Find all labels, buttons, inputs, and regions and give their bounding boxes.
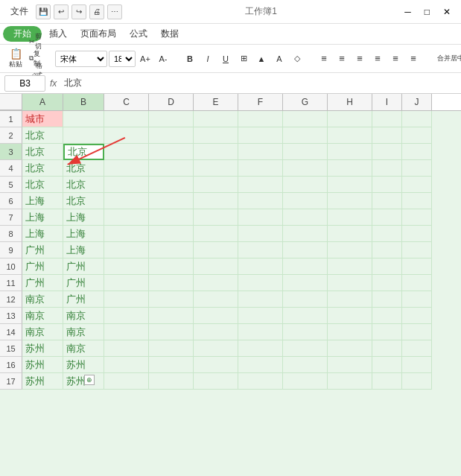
cell-8-4[interactable] <box>194 226 238 242</box>
cell-15-3[interactable] <box>149 340 194 357</box>
cell-7-2[interactable] <box>104 209 149 226</box>
cell-5-6[interactable] <box>283 177 328 193</box>
maximize-button[interactable]: □ <box>420 5 434 19</box>
cell-12-0[interactable]: 南京 <box>22 291 63 308</box>
menu-insert[interactable]: 插入 <box>43 26 73 42</box>
cell-5-5[interactable] <box>238 177 283 193</box>
cell-15-7[interactable] <box>328 340 372 357</box>
cell-3-7[interactable] <box>328 144 372 160</box>
increase-font-button[interactable]: A+ <box>137 51 153 67</box>
border-button[interactable]: ⊞ <box>235 51 252 67</box>
row-header-12[interactable]: 12 <box>0 291 22 308</box>
bold-button[interactable]: B <box>182 51 198 67</box>
cell-4-5[interactable] <box>238 160 283 177</box>
cell-11-2[interactable] <box>104 275 149 291</box>
row-header-3[interactable]: 3 <box>0 144 22 160</box>
cell-16-9[interactable] <box>402 357 432 373</box>
cell-13-4[interactable] <box>194 308 238 324</box>
cell-9-7[interactable] <box>328 242 372 258</box>
cell-10-2[interactable] <box>104 258 149 275</box>
cell-6-3[interactable] <box>149 193 194 209</box>
cell-1-3[interactable] <box>149 111 194 127</box>
cell-17-0[interactable]: 苏州 <box>22 373 63 390</box>
cell-15-6[interactable] <box>283 340 328 357</box>
cell-15-9[interactable] <box>402 340 432 357</box>
cell-2-6[interactable] <box>283 127 328 144</box>
cell-4-6[interactable] <box>283 160 328 177</box>
cell-2-3[interactable] <box>149 127 194 144</box>
cell-2-2[interactable] <box>104 127 149 144</box>
cell-8-7[interactable] <box>328 226 372 242</box>
cell-9-8[interactable] <box>372 242 402 258</box>
cell-15-5[interactable] <box>238 340 283 357</box>
cell-2-4[interactable] <box>194 127 238 144</box>
formula-input[interactable] <box>61 75 457 92</box>
cell-4-3[interactable] <box>149 160 194 177</box>
align-bottom-button[interactable]: ≡ <box>405 51 422 67</box>
cell-17-3[interactable] <box>149 373 194 390</box>
col-header-I[interactable]: I <box>372 94 402 110</box>
cell-6-8[interactable] <box>372 193 402 209</box>
cell-9-2[interactable] <box>104 242 149 258</box>
cell-8-6[interactable] <box>283 226 328 242</box>
row-header-5[interactable]: 5 <box>0 177 22 193</box>
col-header-F[interactable]: F <box>238 94 283 110</box>
cell-11-0[interactable]: 广州 <box>22 275 63 291</box>
cell-7-5[interactable] <box>238 209 283 226</box>
cell-16-4[interactable] <box>194 357 238 373</box>
cell-14-7[interactable] <box>328 324 372 340</box>
col-header-C[interactable]: C <box>104 94 149 110</box>
cell-10-6[interactable] <box>283 258 328 275</box>
cell-14-0[interactable]: 南京 <box>22 324 63 340</box>
cell-5-3[interactable] <box>149 177 194 193</box>
row-header-11[interactable]: 11 <box>0 275 22 291</box>
cell-1-8[interactable] <box>372 111 402 127</box>
cell-8-3[interactable] <box>149 226 194 242</box>
cell-5-2[interactable] <box>104 177 149 193</box>
cell-13-0[interactable]: 南京 <box>22 308 63 324</box>
cell-12-9[interactable] <box>402 291 432 308</box>
cell-1-5[interactable] <box>238 111 283 127</box>
cell-7-9[interactable] <box>402 209 432 226</box>
cell-14-4[interactable] <box>194 324 238 340</box>
cell-2-8[interactable] <box>372 127 402 144</box>
cell-8-0[interactable]: 上海 <box>22 226 63 242</box>
cell-5-7[interactable] <box>328 177 372 193</box>
decrease-font-button[interactable]: A- <box>155 51 171 67</box>
cell-10-1[interactable]: 广州 <box>63 258 104 275</box>
row-header-17[interactable]: 17 <box>0 373 22 390</box>
cell-10-3[interactable] <box>149 258 194 275</box>
cell-11-6[interactable] <box>283 275 328 291</box>
cell-4-4[interactable] <box>194 160 238 177</box>
cell-11-9[interactable] <box>402 275 432 291</box>
cell-reference-input[interactable] <box>4 75 45 92</box>
cell-15-4[interactable] <box>194 340 238 357</box>
cell-3-4[interactable] <box>194 144 238 160</box>
align-left-button[interactable]: ≡ <box>316 51 332 67</box>
cell-5-8[interactable] <box>372 177 402 193</box>
cell-9-0[interactable]: 广州 <box>22 242 63 258</box>
cell-6-0[interactable]: 上海 <box>22 193 63 209</box>
cell-6-6[interactable] <box>283 193 328 209</box>
fill-color-button[interactable]: ▲ <box>253 51 270 67</box>
cell-16-1[interactable]: 苏州 <box>63 357 104 373</box>
cell-16-3[interactable] <box>149 357 194 373</box>
font-select[interactable]: 宋体 <box>55 51 107 67</box>
cell-14-8[interactable] <box>372 324 402 340</box>
cell-8-2[interactable] <box>104 226 149 242</box>
cell-14-6[interactable] <box>283 324 328 340</box>
cell-2-9[interactable] <box>402 127 432 144</box>
cell-3-3[interactable] <box>149 144 194 160</box>
cell-12-4[interactable] <box>194 291 238 308</box>
cell-2-0[interactable]: 北京 <box>22 127 63 144</box>
paste-options-icon[interactable]: ⊕ <box>84 375 95 385</box>
save-button[interactable]: 💾 <box>36 4 51 19</box>
cell-6-2[interactable] <box>104 193 149 209</box>
cell-12-6[interactable] <box>283 291 328 308</box>
row-header-13[interactable]: 13 <box>0 308 22 324</box>
cell-1-1[interactable] <box>63 111 104 127</box>
row-header-10[interactable]: 10 <box>0 258 22 275</box>
cell-4-0[interactable]: 北京 <box>22 160 63 177</box>
cell-11-1[interactable]: 广州 <box>63 275 104 291</box>
cell-12-5[interactable] <box>238 291 283 308</box>
